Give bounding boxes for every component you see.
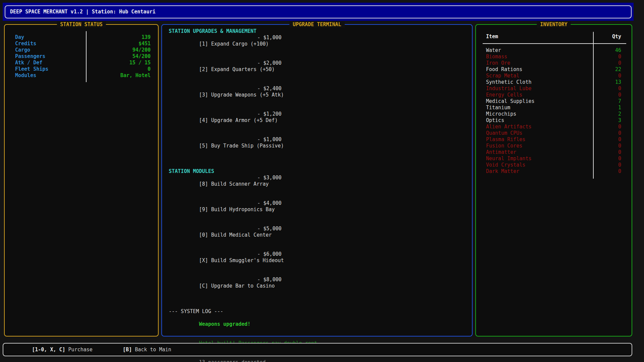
module-option-price: - $3,000 xyxy=(257,175,281,181)
app-title: DEEP SPACE MERCHANT v1.2 | Station: Hub … xyxy=(10,9,155,15)
key-hint[interactable]: [B]Back to Main xyxy=(99,340,171,359)
spacer xyxy=(169,162,465,168)
inventory-row: Food Rations 22 xyxy=(486,66,621,73)
inventory-item-qty: 0 xyxy=(618,92,621,98)
inventory-rows: Water 46 Biomass 0 Iron Ore 0 Food xyxy=(483,44,626,175)
inventory-item-qty: 0 xyxy=(618,149,621,156)
inventory-item-name: Optics xyxy=(486,117,504,124)
module-option-label: [9] Build Hydroponics Bay xyxy=(199,206,275,213)
inventory-row: Iron Ore 0 xyxy=(486,60,621,66)
modules-section-header: STATION MODULES xyxy=(169,168,465,175)
log-text: Weapons upgraded! xyxy=(199,321,251,327)
key-hint[interactable]: [1-0, X, C]Purchase xyxy=(8,340,93,359)
upgrade-option-price: - $1,200 xyxy=(257,111,281,117)
inventory-item-name: Dark Matter xyxy=(486,168,519,175)
inventory-item-qty: 0 xyxy=(618,143,621,149)
module-option[interactable]: [X] Build Smuggler's Hideout - $6,000 xyxy=(169,251,465,277)
status-value: Bar, Hotel xyxy=(120,72,151,79)
inventory-row: Scrap Metal 0 xyxy=(486,73,621,79)
inventory-row: Energy Cells 0 xyxy=(486,92,621,98)
status-row: Fleet Ships 0 xyxy=(15,66,151,72)
inventory-item-qty: 0 xyxy=(618,54,621,60)
inventory-item-name: Antimatter xyxy=(486,149,516,156)
inventory-item-name: Industrial Lube xyxy=(486,85,531,92)
inventory-row: Industrial Lube 0 xyxy=(486,85,621,92)
inventory-col-qty: Qty xyxy=(612,34,621,40)
inventory-row: Void Crystals 0 xyxy=(486,162,621,168)
inventory-item-qty: 7 xyxy=(618,98,621,105)
inventory-item-name: Neural Implants xyxy=(486,156,531,162)
status-divider xyxy=(86,31,87,82)
status-row: Cargo 94/200 xyxy=(15,47,151,53)
log-text: 13 passengers departed. xyxy=(199,359,269,362)
inventory-item-name: Food Rations xyxy=(486,66,522,73)
upgrade-option-label: [2] Expand Quarters (+50) xyxy=(199,66,275,72)
upgrades-section-header: STATION UPGRADES & MANAGEMENT xyxy=(169,28,465,35)
status-row: Atk / Def 15 / 15 xyxy=(15,60,151,66)
upgrade-option-price: - $2,000 xyxy=(257,60,281,66)
inventory-row: Antimatter 0 xyxy=(486,149,621,156)
module-option[interactable]: [0] Build Medical Center - $5,000 xyxy=(169,226,465,251)
upgrade-option[interactable]: [5] Buy Trade Ship (Passive) - $1,000 xyxy=(169,136,465,162)
inventory-item-name: Medical Supplies xyxy=(486,98,535,105)
inventory-item-name: Iron Ore xyxy=(486,60,510,66)
upgrade-option[interactable]: [1] Expand Cargo (+100) - $1,000 xyxy=(169,35,465,60)
status-row: Credits $451 xyxy=(15,41,151,47)
inventory-item-qty: 0 xyxy=(618,162,621,168)
status-label: Passengers xyxy=(15,53,45,60)
inventory-row: Synthetic Cloth 13 xyxy=(486,79,621,85)
upgrade-option-label: [5] Buy Trade Ship (Passive) xyxy=(199,143,284,149)
inventory-row: Microchips 2 xyxy=(486,111,621,117)
status-row: Day 139 xyxy=(15,34,151,41)
station-status-title: STATION STATUS xyxy=(57,21,106,28)
status-label: Cargo xyxy=(15,47,30,53)
inventory-item-name: Water xyxy=(486,47,501,54)
inventory-item-qty: 1 xyxy=(618,105,621,111)
inventory-row: Optics 3 xyxy=(486,117,621,124)
upgrade-option-price: - $2,400 xyxy=(257,85,281,92)
inventory-col-item: Item xyxy=(486,34,498,40)
inventory-row: Medical Supplies 7 xyxy=(486,98,621,105)
module-option[interactable]: [9] Build Hydroponics Bay - $4,000 xyxy=(169,200,465,226)
station-status-panel: STATION STATUS Day 139 Credits $451 Carg… xyxy=(4,24,159,337)
status-value: 54/200 xyxy=(132,53,151,60)
module-option-price: - $5,000 xyxy=(257,226,281,232)
upgrade-option[interactable]: [3] Upgrade Weapons (+5 Atk) - $2,400 xyxy=(169,85,465,111)
module-option[interactable]: [8] Build Scanner Array - $3,000 xyxy=(169,175,465,200)
inventory-item-qty: 0 xyxy=(618,124,621,130)
status-row: Modules Bar, Hotel xyxy=(15,72,151,79)
module-option-label: [8] Build Scanner Array xyxy=(199,181,269,187)
status-row: Passengers 54/200 xyxy=(15,53,151,60)
inventory-item-qty: 0 xyxy=(618,85,621,92)
inventory-item-qty: 0 xyxy=(618,156,621,162)
footer-bar: [1-0, X, C]Purchase [B]Back to Main xyxy=(3,343,632,356)
module-option-price: - $6,000 xyxy=(257,251,281,257)
inventory-item-qty: 22 xyxy=(615,66,621,73)
key-hint-keys: [1-0, X, C] xyxy=(32,347,65,353)
inventory-row: Dark Matter 0 xyxy=(486,168,621,175)
inventory-row: Fusion Cores 0 xyxy=(486,143,621,149)
inventory-divider xyxy=(593,32,594,179)
inventory-row: Alien Artifacts 0 xyxy=(486,124,621,130)
spacer xyxy=(169,302,465,308)
log-line: Weapons upgraded! xyxy=(169,315,465,334)
upgrade-option-price: - $1,000 xyxy=(257,35,281,41)
status-label: Atk / Def xyxy=(15,60,42,66)
inventory-item-qty: 13 xyxy=(615,79,621,85)
inventory-row: Water 46 xyxy=(486,47,621,54)
upgrade-option[interactable]: [2] Expand Quarters (+50) - $2,000 xyxy=(169,60,465,85)
inventory-item-qty: 0 xyxy=(618,168,621,175)
inventory-table: Item Qty Water 46 Biomass 0 I xyxy=(483,34,626,175)
upgrade-option-price: - $1,000 xyxy=(257,136,281,143)
inventory-item-qty: 0 xyxy=(618,73,621,79)
module-option[interactable]: [C] Upgrade Bar to Casino - $8,000 xyxy=(169,277,465,302)
status-value: $451 xyxy=(139,41,151,47)
module-option-label: [X] Build Smuggler's Hideout xyxy=(199,257,284,263)
key-hint-label: Back to Main xyxy=(135,347,171,353)
inventory-item-name: Biomass xyxy=(486,54,507,60)
inventory-row: Quantum CPUs 0 xyxy=(486,130,621,136)
inventory-row: Titanium 1 xyxy=(486,105,621,111)
upgrade-option[interactable]: [4] Upgrade Armor (+5 Def) - $1,200 xyxy=(169,111,465,136)
module-option-label: [C] Upgrade Bar to Casino xyxy=(199,283,275,289)
module-option-price: - $8,000 xyxy=(257,277,281,283)
